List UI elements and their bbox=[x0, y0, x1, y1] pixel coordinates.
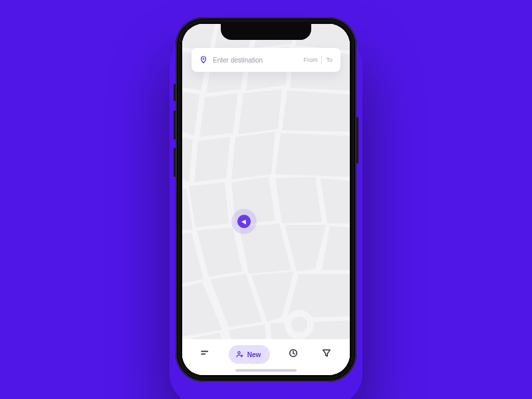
new-button-label: New bbox=[247, 351, 261, 358]
bottom-nav: New bbox=[182, 339, 350, 375]
map-view[interactable] bbox=[182, 24, 350, 375]
user-plus-icon bbox=[235, 350, 244, 360]
svg-point-39 bbox=[237, 351, 239, 353]
menu-icon bbox=[200, 348, 211, 361]
recent-button[interactable] bbox=[283, 344, 303, 364]
filter-icon bbox=[321, 348, 332, 361]
phone-notch bbox=[221, 24, 311, 40]
current-location-marker[interactable] bbox=[237, 214, 251, 229]
svg-marker-10 bbox=[200, 93, 238, 137]
svg-marker-17 bbox=[189, 182, 229, 227]
phone-volume-up bbox=[174, 110, 176, 140]
svg-point-35 bbox=[291, 317, 307, 332]
search-bar[interactable]: From To bbox=[192, 48, 340, 72]
svg-marker-16 bbox=[275, 133, 350, 177]
from-to-separator bbox=[321, 56, 322, 64]
phone-volume-down bbox=[174, 148, 176, 177]
destination-input[interactable] bbox=[213, 57, 298, 64]
pin-icon bbox=[200, 56, 207, 64]
filter-button[interactable] bbox=[317, 344, 336, 364]
svg-marker-12 bbox=[282, 90, 350, 132]
svg-point-36 bbox=[203, 58, 205, 60]
svg-marker-19 bbox=[275, 177, 322, 223]
from-to-toggle: From To bbox=[303, 56, 332, 64]
phone-power-button bbox=[356, 117, 358, 164]
clock-icon bbox=[288, 348, 299, 361]
home-indicator bbox=[235, 369, 297, 372]
svg-marker-11 bbox=[238, 89, 282, 134]
canvas-background: From To bbox=[0, 0, 532, 399]
svg-marker-43 bbox=[323, 350, 331, 356]
new-button[interactable]: New bbox=[229, 345, 271, 364]
menu-button[interactable] bbox=[196, 344, 215, 364]
from-label[interactable]: From bbox=[303, 57, 317, 63]
svg-marker-15 bbox=[231, 132, 275, 180]
svg-marker-14 bbox=[194, 137, 230, 182]
phone-mute-switch bbox=[174, 84, 176, 101]
map-streets bbox=[182, 24, 350, 375]
phone-frame: From To bbox=[176, 17, 356, 382]
to-label[interactable]: To bbox=[326, 57, 332, 63]
phone-screen: From To bbox=[182, 24, 350, 375]
